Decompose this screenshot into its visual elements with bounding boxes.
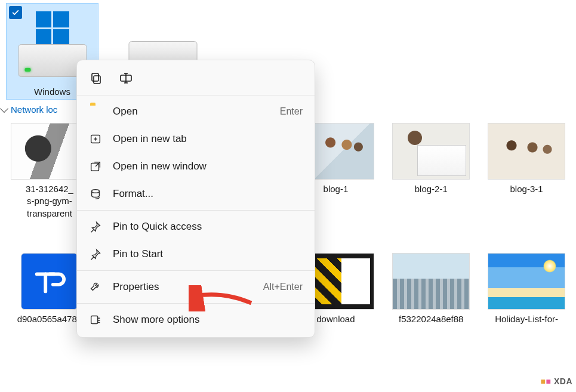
file-label: blog-3-1	[483, 183, 570, 195]
file-label: Holiday-List-for-	[483, 313, 570, 325]
pin-icon	[89, 220, 102, 233]
menu-item-open[interactable]: Open Enter	[77, 98, 315, 125]
copy-icon[interactable]	[89, 71, 103, 85]
file-label: blog-2-1	[387, 183, 475, 195]
pin-start-icon	[89, 248, 102, 261]
file-label: f5322024a8ef88	[387, 313, 475, 325]
thumbnail	[488, 123, 565, 180]
chevron-down-icon	[0, 104, 8, 112]
svg-rect-1	[92, 73, 98, 81]
new-tab-icon	[89, 132, 102, 146]
menu-item-open-new-tab[interactable]: Open in new tab	[77, 125, 315, 153]
thumbnail	[392, 253, 470, 310]
windows-logo-icon	[36, 11, 69, 45]
menu-item-format[interactable]: Format...	[77, 180, 315, 208]
svg-rect-0	[94, 76, 100, 84]
svg-point-5	[92, 190, 100, 193]
rename-icon[interactable]	[119, 71, 133, 85]
new-window-icon	[89, 160, 102, 173]
menu-label: Show more options	[113, 314, 303, 326]
menu-label: Open	[113, 106, 269, 118]
watermark: ■■ XDA	[541, 376, 572, 386]
separator	[77, 210, 315, 211]
section-label: Network loc	[11, 104, 57, 115]
menu-shortcut: Enter	[280, 106, 303, 117]
menu-label: Pin to Quick access	[113, 221, 303, 233]
menu-item-pin-quick-access[interactable]: Pin to Quick access	[77, 213, 315, 240]
thumbnail	[392, 123, 470, 180]
file-item[interactable]: Holiday-List-for-	[483, 253, 570, 325]
annotation-arrow-icon	[189, 285, 254, 313]
menu-item-open-new-window[interactable]: Open in new window	[77, 153, 315, 180]
format-icon	[89, 187, 102, 200]
menu-label: Pin to Start	[113, 248, 303, 260]
folder-open-icon	[89, 105, 102, 118]
separator	[77, 270, 315, 271]
file-item[interactable]: f5322024a8ef88	[387, 253, 475, 325]
menu-label: Format...	[113, 188, 303, 200]
file-item[interactable]: blog-3-1	[483, 123, 570, 220]
svg-rect-6	[91, 316, 98, 324]
file-item[interactable]: blog-2-1	[387, 123, 475, 220]
thumbnail	[488, 253, 565, 310]
menu-label: Open in new window	[113, 160, 303, 172]
checkmark-icon	[9, 6, 22, 19]
separator	[77, 95, 315, 95]
more-options-icon	[89, 313, 102, 326]
menu-label: Open in new tab	[113, 133, 303, 145]
context-menu-actions-row	[77, 64, 315, 92]
menu-item-pin-start[interactable]: Pin to Start	[77, 240, 315, 268]
thumbnail	[21, 253, 78, 310]
properties-icon	[89, 280, 102, 294]
menu-shortcut: Alt+Enter	[263, 282, 303, 292]
